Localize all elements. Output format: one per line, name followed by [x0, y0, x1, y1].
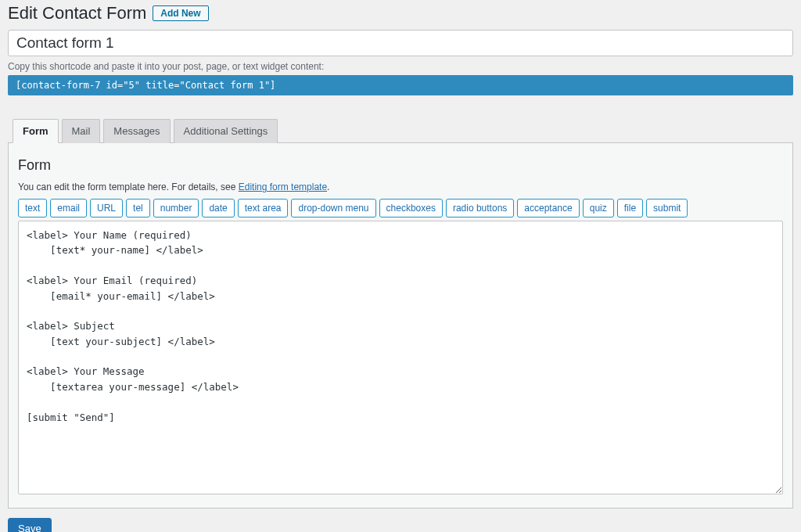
form-template-textarea[interactable] — [18, 221, 783, 494]
tag-radio-button[interactable]: radio buttons — [446, 199, 514, 217]
tag-generator-row: text email URL tel number date text area… — [18, 199, 783, 217]
tag-number-button[interactable]: number — [153, 199, 199, 217]
shortcode-code[interactable]: [contact-form-7 id="5" title="Contact fo… — [8, 75, 793, 95]
page-title: Edit Contact Form — [8, 3, 146, 23]
save-button[interactable]: Save — [8, 518, 52, 532]
tag-checkboxes-button[interactable]: checkboxes — [379, 199, 443, 217]
editing-template-link[interactable]: Editing form template — [239, 182, 327, 192]
tag-submit-button[interactable]: submit — [646, 199, 688, 217]
tab-additional-settings[interactable]: Additional Settings — [174, 119, 278, 143]
tab-mail[interactable]: Mail — [62, 119, 101, 143]
section-title: Form — [18, 157, 783, 174]
tag-dropdown-button[interactable]: drop-down menu — [291, 199, 375, 217]
add-new-button[interactable]: Add New — [153, 5, 208, 21]
tab-messages[interactable]: Messages — [103, 119, 170, 143]
edit-hint-prefix: You can edit the form template here. For… — [18, 182, 239, 192]
edit-hint: You can edit the form template here. For… — [18, 182, 783, 192]
tag-tel-button[interactable]: tel — [126, 199, 150, 217]
edit-hint-suffix: . — [327, 182, 329, 192]
tag-file-button[interactable]: file — [617, 199, 643, 217]
tag-quiz-button[interactable]: quiz — [583, 199, 614, 217]
tag-textarea-button[interactable]: text area — [238, 199, 289, 217]
tab-bar: Form Mail Messages Additional Settings — [8, 118, 793, 143]
shortcode-hint: Copy this shortcode and paste it into yo… — [8, 61, 793, 72]
form-title-input[interactable] — [8, 30, 793, 56]
tag-acceptance-button[interactable]: acceptance — [517, 199, 579, 217]
tab-form[interactable]: Form — [13, 119, 59, 143]
tag-email-button[interactable]: email — [50, 199, 87, 217]
tag-url-button[interactable]: URL — [90, 199, 123, 217]
form-panel: Form You can edit the form template here… — [8, 142, 793, 509]
tag-text-button[interactable]: text — [18, 199, 47, 217]
tag-date-button[interactable]: date — [202, 199, 234, 217]
